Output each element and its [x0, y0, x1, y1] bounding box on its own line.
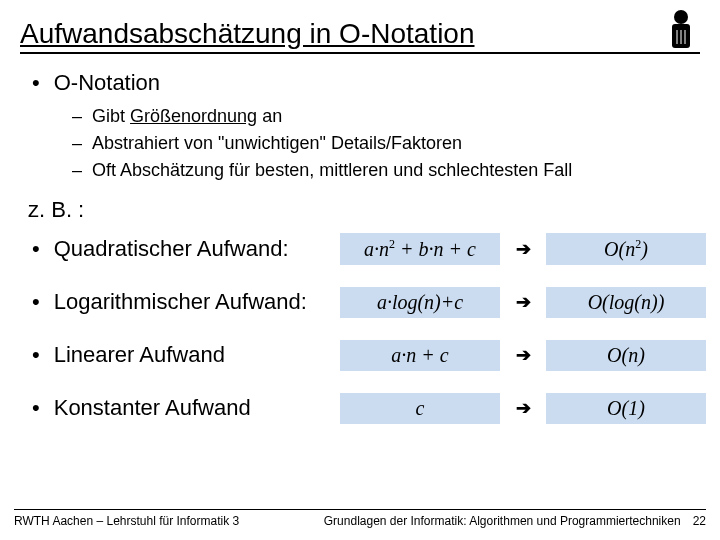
footer: RWTH Aachen – Lehrstuhl für Informatik 3…	[14, 509, 706, 528]
sub-item-3: – Oft Abschätzung für besten, mittleren …	[72, 160, 696, 181]
bullet-dot: •	[32, 70, 40, 96]
arrow-icon: ➔	[508, 397, 538, 419]
formula-quad-rhs: O(n2)	[546, 233, 706, 265]
professor-icon	[662, 8, 700, 50]
svg-point-0	[674, 10, 688, 24]
formula-const-lhs: c	[340, 393, 500, 424]
arrow-icon: ➔	[508, 238, 538, 260]
dash-icon: –	[72, 106, 82, 127]
formula-log-rhs: O(log(n))	[546, 287, 706, 318]
formula-lin-rhs: O(n)	[546, 340, 706, 371]
bullet-o-notation: • O-Notation	[32, 70, 696, 96]
sub-text: Oft Abschätzung für besten, mittleren un…	[92, 160, 572, 181]
row-linear: •Linearer Aufwand a·n + c ➔ O(n)	[32, 340, 696, 371]
dash-icon: –	[72, 133, 82, 154]
row-logarithmic: •Logarithmischer Aufwand: a·log(n)+c ➔ O…	[32, 287, 696, 318]
formula-const-rhs: O(1)	[546, 393, 706, 424]
title-bar: Aufwandsabschätzung in O-Notation	[20, 8, 700, 54]
sub-item-2: – Abstrahiert von "unwichtigen" Details/…	[72, 133, 696, 154]
sub-item-1: – Gibt Größenordnung an	[72, 106, 696, 127]
page-title: Aufwandsabschätzung in O-Notation	[20, 18, 475, 50]
bullet-text: O-Notation	[54, 70, 160, 96]
page-number: 22	[693, 514, 706, 528]
footer-right: Grundlagen der Informatik: Algorithmen u…	[324, 514, 681, 528]
arrow-icon: ➔	[508, 344, 538, 366]
arrow-icon: ➔	[508, 291, 538, 313]
sub-text: Gibt Größenordnung an	[92, 106, 282, 127]
formula-lin-lhs: a·n + c	[340, 340, 500, 371]
dash-icon: –	[72, 160, 82, 181]
footer-left: RWTH Aachen – Lehrstuhl für Informatik 3	[14, 514, 239, 528]
row-constant: •Konstanter Aufwand c ➔ O(1)	[32, 393, 696, 424]
slide-content: • O-Notation – Gibt Größenordnung an – A…	[0, 54, 720, 424]
sub-text: Abstrahiert von "unwichtigen" Details/Fa…	[92, 133, 462, 154]
formula-log-lhs: a·log(n)+c	[340, 287, 500, 318]
formula-quad-lhs: a·n2 + b·n + c	[340, 233, 500, 265]
row-quadratic: •Quadratischer Aufwand: a·n2 + b·n + c ➔…	[32, 233, 696, 265]
example-header: z. B. :	[28, 197, 696, 223]
